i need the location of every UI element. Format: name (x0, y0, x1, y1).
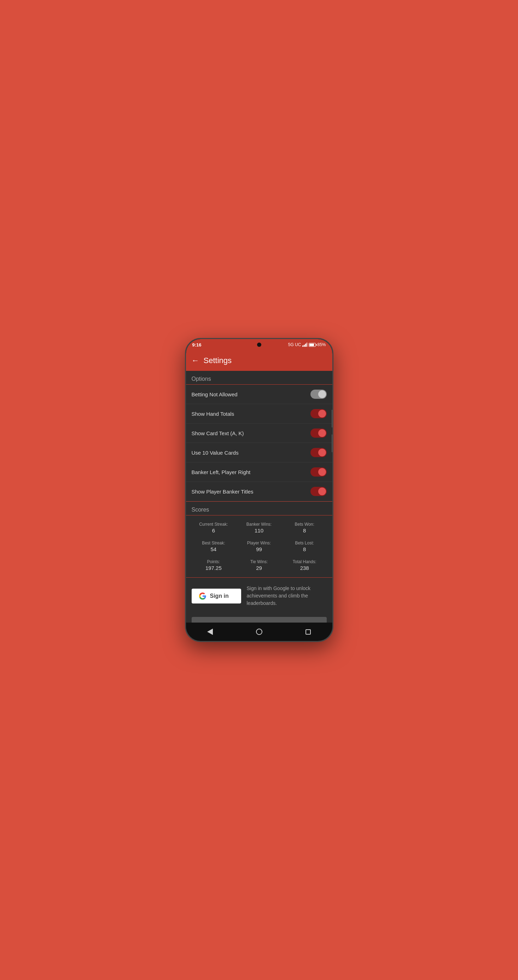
toggle-banker-left[interactable] (311, 468, 327, 477)
toggle-player-banker-titles[interactable] (311, 487, 327, 496)
network-label: 5G UC (288, 342, 301, 347)
app-bar: ← Settings (186, 350, 332, 371)
toggle-betting-knob (318, 390, 326, 398)
signin-description: Sign in with Google to unlock achievemen… (247, 585, 327, 607)
score-tie-wins: Tie Wins: 29 (237, 557, 281, 574)
battery-icon (309, 343, 316, 347)
google-g-icon (199, 592, 207, 600)
signal-icon (302, 342, 307, 347)
toggle-hand-totals-knob (318, 410, 326, 417)
option-card-text: Show Card Text (A, K) (186, 423, 332, 443)
google-signin-label: Sign in (210, 593, 229, 599)
score-total-hands: Total Hands: 238 (282, 557, 327, 574)
toggle-10-value-knob (318, 449, 326, 457)
battery-percent: 85% (317, 342, 326, 347)
back-nav-icon (207, 628, 213, 635)
option-player-banker-titles: Show Player Banker Titles (186, 482, 332, 501)
back-button[interactable]: ← (192, 356, 199, 365)
score-banker-wins: Banker Wins: 110 (237, 519, 281, 536)
action-buttons-container: ACHIEVEMENTS LEADERBOARDS RARE CARDS PRA… (186, 617, 332, 622)
score-player-wins: Player Wins: 99 (237, 538, 281, 555)
option-hand-totals: Show Hand Totals (186, 404, 332, 423)
volume-button[interactable] (332, 410, 333, 428)
toggle-hand-totals[interactable] (311, 409, 327, 418)
options-section-header: Options (186, 371, 332, 384)
toggle-betting[interactable] (311, 390, 327, 399)
toggle-card-text-knob (318, 429, 326, 437)
option-player-banker-titles-label: Show Player Banker Titles (192, 488, 253, 495)
scores-section-header: Scores (186, 502, 332, 515)
signin-section: Sign in Sign in with Google to unlock ac… (186, 578, 332, 614)
bottom-nav (186, 622, 332, 641)
score-bets-won: Bets Won: 8 (282, 519, 327, 536)
power-button[interactable] (332, 434, 333, 452)
option-betting-label: Betting Not Allowed (192, 391, 237, 398)
settings-content: Options Betting Not Allowed Show Hand To… (186, 371, 332, 622)
google-signin-button[interactable]: Sign in (192, 589, 241, 603)
status-time: 9:16 (192, 342, 202, 347)
option-betting: Betting Not Allowed (186, 385, 332, 404)
nav-back-button[interactable] (207, 628, 213, 635)
option-banker-left: Banker Left, Player Right (186, 463, 332, 482)
scores-grid: Current Streak: 6 Banker Wins: 110 Bets … (186, 515, 332, 578)
nav-recent-button[interactable] (306, 629, 311, 635)
achievements-button[interactable]: ACHIEVEMENTS (192, 617, 327, 622)
home-nav-icon (256, 628, 262, 635)
toggle-10-value[interactable] (311, 448, 327, 457)
option-10-value-label: Use 10 Value Cards (192, 450, 239, 456)
score-best-streak: Best Streak: 54 (192, 538, 236, 555)
camera (257, 342, 261, 347)
option-hand-totals-label: Show Hand Totals (192, 411, 234, 417)
toggle-player-banker-titles-knob (318, 487, 326, 495)
score-points: Points: 197.25 (192, 557, 236, 574)
toggle-banker-left-knob (318, 468, 326, 476)
recent-nav-icon (306, 629, 311, 635)
nav-home-button[interactable] (256, 628, 262, 635)
option-banker-left-label: Banker Left, Player Right (192, 469, 251, 475)
page-title: Settings (204, 356, 232, 365)
score-current-streak: Current Streak: 6 (192, 519, 236, 536)
option-10-value: Use 10 Value Cards (186, 443, 332, 463)
status-right: 5G UC 85% (288, 342, 326, 347)
toggle-card-text[interactable] (311, 428, 327, 438)
option-card-text-label: Show Card Text (A, K) (192, 430, 244, 436)
score-bets-lost: Bets Lost: 8 (282, 538, 327, 555)
